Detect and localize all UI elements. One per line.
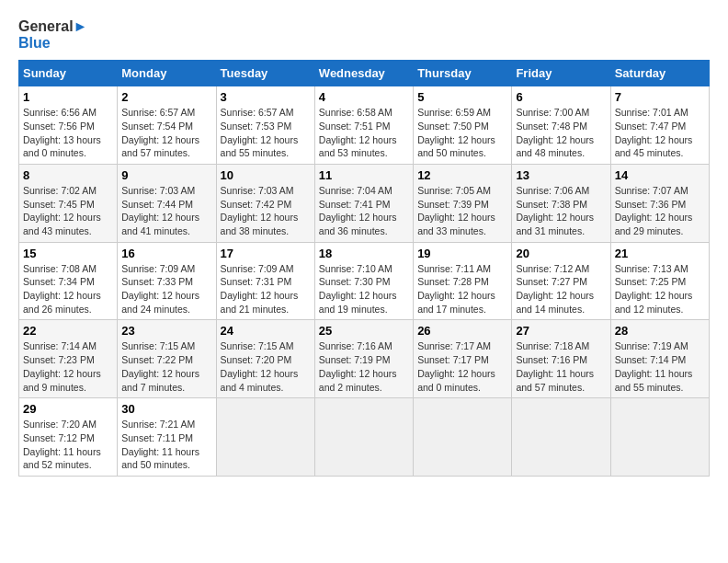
day-info: Sunrise: 7:03 AMSunset: 7:44 PMDaylight:… bbox=[121, 184, 211, 238]
calendar-cell: 19Sunrise: 7:11 AMSunset: 7:28 PMDayligh… bbox=[414, 242, 512, 320]
calendar-cell: 1Sunrise: 6:56 AMSunset: 7:56 PMDaylight… bbox=[19, 86, 118, 165]
day-number: 28 bbox=[615, 324, 705, 338]
calendar-week-2: 8Sunrise: 7:02 AMSunset: 7:45 PMDaylight… bbox=[19, 164, 710, 242]
calendar-week-5: 29Sunrise: 7:20 AMSunset: 7:12 PMDayligh… bbox=[19, 398, 710, 477]
day-number: 21 bbox=[615, 247, 705, 260]
day-info: Sunrise: 7:18 AMSunset: 7:16 PMDaylight:… bbox=[516, 339, 606, 394]
calendar-cell: 11Sunrise: 7:04 AMSunset: 7:41 PMDayligh… bbox=[314, 164, 413, 242]
calendar-cell: 4Sunrise: 6:58 AMSunset: 7:51 PMDaylight… bbox=[314, 86, 413, 165]
calendar-cell: 7Sunrise: 7:01 AMSunset: 7:47 PMDaylight… bbox=[610, 86, 709, 165]
header-row: Sunday Monday Tuesday Wednesday Thursday… bbox=[19, 61, 710, 86]
calendar-cell: 25Sunrise: 7:16 AMSunset: 7:19 PMDayligh… bbox=[314, 320, 413, 398]
col-wednesday: Wednesday bbox=[314, 61, 413, 86]
calendar-cell: 18Sunrise: 7:10 AMSunset: 7:30 PMDayligh… bbox=[314, 242, 413, 320]
col-tuesday: Tuesday bbox=[216, 61, 314, 86]
calendar-cell: 24Sunrise: 7:15 AMSunset: 7:20 PMDayligh… bbox=[216, 320, 314, 398]
day-number: 14 bbox=[615, 168, 705, 182]
day-info: Sunrise: 7:09 AMSunset: 7:31 PMDaylight:… bbox=[221, 262, 311, 316]
day-info: Sunrise: 6:57 AMSunset: 7:53 PMDaylight:… bbox=[221, 106, 311, 160]
calendar-cell: 21Sunrise: 7:13 AMSunset: 7:25 PMDayligh… bbox=[610, 242, 709, 320]
day-info: Sunrise: 7:15 AMSunset: 7:20 PMDaylight:… bbox=[221, 339, 311, 394]
day-info: Sunrise: 7:05 AMSunset: 7:39 PMDaylight:… bbox=[417, 184, 507, 238]
col-saturday: Saturday bbox=[610, 61, 709, 86]
day-number: 15 bbox=[23, 247, 113, 260]
calendar-cell: 26Sunrise: 7:17 AMSunset: 7:17 PMDayligh… bbox=[414, 320, 512, 398]
calendar-cell bbox=[314, 398, 413, 477]
calendar-cell: 22Sunrise: 7:14 AMSunset: 7:23 PMDayligh… bbox=[19, 320, 118, 398]
calendar-week-3: 15Sunrise: 7:08 AMSunset: 7:34 PMDayligh… bbox=[19, 242, 710, 320]
day-info: Sunrise: 7:04 AMSunset: 7:41 PMDaylight:… bbox=[319, 184, 409, 238]
logo-container: General► Blue bbox=[18, 18, 87, 51]
calendar-cell: 10Sunrise: 7:03 AMSunset: 7:42 PMDayligh… bbox=[216, 164, 314, 242]
header: General► Blue bbox=[18, 18, 710, 51]
calendar-cell: 14Sunrise: 7:07 AMSunset: 7:36 PMDayligh… bbox=[610, 164, 709, 242]
day-number: 23 bbox=[121, 324, 211, 338]
day-info: Sunrise: 7:15 AMSunset: 7:22 PMDaylight:… bbox=[121, 339, 211, 394]
day-number: 2 bbox=[121, 90, 211, 104]
day-number: 24 bbox=[221, 324, 311, 338]
calendar-week-4: 22Sunrise: 7:14 AMSunset: 7:23 PMDayligh… bbox=[19, 320, 710, 398]
calendar-cell: 2Sunrise: 6:57 AMSunset: 7:54 PMDaylight… bbox=[118, 86, 216, 165]
day-info: Sunrise: 6:57 AMSunset: 7:54 PMDaylight:… bbox=[121, 106, 211, 160]
day-info: Sunrise: 7:08 AMSunset: 7:34 PMDaylight:… bbox=[23, 262, 113, 316]
day-info: Sunrise: 7:10 AMSunset: 7:30 PMDaylight:… bbox=[319, 262, 409, 316]
calendar-cell: 13Sunrise: 7:06 AMSunset: 7:38 PMDayligh… bbox=[512, 164, 610, 242]
logo-blue: Blue bbox=[18, 35, 87, 52]
day-info: Sunrise: 7:03 AMSunset: 7:42 PMDaylight:… bbox=[221, 184, 311, 238]
calendar-cell: 15Sunrise: 7:08 AMSunset: 7:34 PMDayligh… bbox=[19, 242, 118, 320]
calendar-cell: 5Sunrise: 6:59 AMSunset: 7:50 PMDaylight… bbox=[414, 86, 512, 165]
day-number: 20 bbox=[516, 247, 606, 260]
day-number: 11 bbox=[319, 168, 409, 182]
day-info: Sunrise: 7:14 AMSunset: 7:23 PMDaylight:… bbox=[23, 339, 113, 394]
day-info: Sunrise: 7:13 AMSunset: 7:25 PMDaylight:… bbox=[615, 262, 705, 316]
calendar-cell: 23Sunrise: 7:15 AMSunset: 7:22 PMDayligh… bbox=[118, 320, 216, 398]
calendar-cell bbox=[610, 398, 709, 477]
col-sunday: Sunday bbox=[19, 61, 118, 86]
day-number: 16 bbox=[121, 247, 211, 260]
day-number: 18 bbox=[319, 247, 409, 260]
day-info: Sunrise: 7:20 AMSunset: 7:12 PMDaylight:… bbox=[23, 418, 113, 472]
calendar-cell: 20Sunrise: 7:12 AMSunset: 7:27 PMDayligh… bbox=[512, 242, 610, 320]
col-thursday: Thursday bbox=[414, 61, 512, 86]
day-info: Sunrise: 7:11 AMSunset: 7:28 PMDaylight:… bbox=[417, 262, 507, 316]
calendar-cell bbox=[216, 398, 314, 477]
calendar-week-1: 1Sunrise: 6:56 AMSunset: 7:56 PMDaylight… bbox=[19, 86, 710, 165]
calendar-cell: 8Sunrise: 7:02 AMSunset: 7:45 PMDaylight… bbox=[19, 164, 118, 242]
day-info: Sunrise: 7:01 AMSunset: 7:47 PMDaylight:… bbox=[615, 106, 705, 160]
calendar-cell: 6Sunrise: 7:00 AMSunset: 7:48 PMDaylight… bbox=[512, 86, 610, 165]
day-number: 6 bbox=[516, 90, 606, 104]
day-number: 19 bbox=[417, 247, 507, 260]
day-info: Sunrise: 7:00 AMSunset: 7:48 PMDaylight:… bbox=[516, 106, 606, 160]
calendar-cell bbox=[512, 398, 610, 477]
day-number: 1 bbox=[23, 90, 113, 104]
calendar-cell: 27Sunrise: 7:18 AMSunset: 7:16 PMDayligh… bbox=[512, 320, 610, 398]
calendar-cell: 3Sunrise: 6:57 AMSunset: 7:53 PMDaylight… bbox=[216, 86, 314, 165]
day-number: 13 bbox=[516, 168, 606, 182]
day-number: 4 bbox=[319, 90, 409, 104]
day-number: 27 bbox=[516, 324, 606, 338]
day-info: Sunrise: 7:09 AMSunset: 7:33 PMDaylight:… bbox=[121, 262, 211, 316]
day-info: Sunrise: 7:12 AMSunset: 7:27 PMDaylight:… bbox=[516, 262, 606, 316]
day-number: 5 bbox=[417, 90, 507, 104]
day-number: 22 bbox=[23, 324, 113, 338]
day-info: Sunrise: 7:06 AMSunset: 7:38 PMDaylight:… bbox=[516, 184, 606, 238]
day-number: 17 bbox=[221, 247, 311, 260]
day-number: 29 bbox=[23, 402, 113, 416]
day-info: Sunrise: 7:17 AMSunset: 7:17 PMDaylight:… bbox=[417, 339, 507, 394]
day-info: Sunrise: 6:59 AMSunset: 7:50 PMDaylight:… bbox=[417, 106, 507, 160]
day-info: Sunrise: 7:16 AMSunset: 7:19 PMDaylight:… bbox=[319, 339, 409, 394]
day-info: Sunrise: 7:19 AMSunset: 7:14 PMDaylight:… bbox=[615, 339, 705, 394]
calendar-cell: 17Sunrise: 7:09 AMSunset: 7:31 PMDayligh… bbox=[216, 242, 314, 320]
day-info: Sunrise: 7:07 AMSunset: 7:36 PMDaylight:… bbox=[615, 184, 705, 238]
calendar-cell: 29Sunrise: 7:20 AMSunset: 7:12 PMDayligh… bbox=[19, 398, 118, 477]
day-number: 8 bbox=[23, 168, 113, 182]
day-number: 25 bbox=[319, 324, 409, 338]
col-friday: Friday bbox=[512, 61, 610, 86]
day-info: Sunrise: 6:56 AMSunset: 7:56 PMDaylight:… bbox=[23, 106, 113, 160]
day-number: 7 bbox=[615, 90, 705, 104]
day-info: Sunrise: 7:21 AMSunset: 7:11 PMDaylight:… bbox=[121, 418, 211, 472]
calendar-cell: 28Sunrise: 7:19 AMSunset: 7:14 PMDayligh… bbox=[610, 320, 709, 398]
col-monday: Monday bbox=[118, 61, 216, 86]
calendar-table: Sunday Monday Tuesday Wednesday Thursday… bbox=[18, 60, 710, 477]
day-info: Sunrise: 6:58 AMSunset: 7:51 PMDaylight:… bbox=[319, 106, 409, 160]
